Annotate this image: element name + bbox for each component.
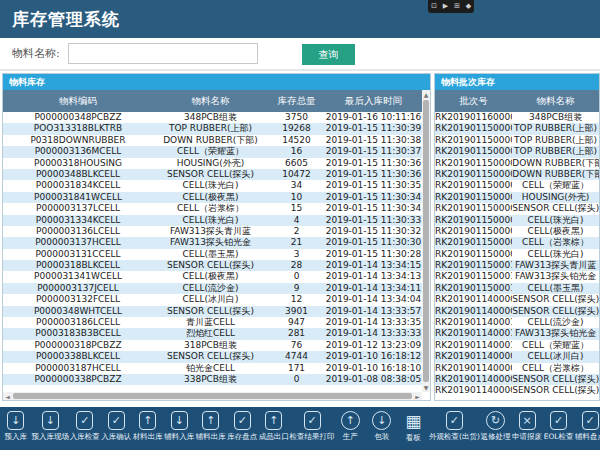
table-row[interactable]: RK2019011500010FAW313探头青川蓝 <box>435 260 599 271</box>
table-row[interactable]: P000000318PCBZZ318PCB组装762019-01-12 13:2… <box>3 340 422 351</box>
table-row[interactable]: P000000338PCBZZ338PCB组装02019-01-08 08:38… <box>3 374 422 385</box>
table-row[interactable]: RK2019011400004SENSOR CELL(探头) <box>435 374 599 385</box>
toolbar-item-申请报废[interactable]: ×申请报废 <box>511 411 543 450</box>
table-row[interactable]: RK2019011400013CELL（荣耀蓝） <box>435 340 599 351</box>
scroll-up-icon[interactable]: ▲ <box>422 90 430 99</box>
table-cell: P000031834KCELL <box>3 180 153 191</box>
table-row[interactable]: P000003137HCELLFAW313探头铂光金212019-01-15 1… <box>3 237 422 248</box>
toolbar-item-预入库[interactable]: ↓预入库 <box>0 411 32 450</box>
table-row[interactable]: RK2019011500008CELL（岩浆棕） <box>435 237 599 248</box>
table-row[interactable]: RK2019011500001TOP RUBBER(上部) <box>435 123 599 134</box>
table-row[interactable]: P0000338BLKCELLSENSOR CELL(探头)47442019-0… <box>3 351 422 362</box>
table-row[interactable]: RK2019011500003HOUSING(外壳) <box>435 192 599 203</box>
toolbar-item-预入库现场[interactable]: ↓预入库现场 <box>32 411 70 450</box>
table-row[interactable]: RK2019011500011FAW313探头铂光金 <box>435 271 599 282</box>
table-row[interactable]: RK2019011400011CELL(流沙金) <box>435 317 599 328</box>
table-row[interactable]: RK2019011500001TOP RUBBER(上部) <box>435 146 599 157</box>
table-row[interactable]: P000003136MCELLCELL（荣耀蓝）162019-01-15 11:… <box>3 146 422 157</box>
overlay-play-icon[interactable]: ▶ <box>443 3 448 10</box>
screen-recorder-overlay[interactable]: ⊡▶⊞◆ <box>428 0 474 13</box>
toolbar-item-看板[interactable]: ▦看板 <box>398 411 430 450</box>
material-name-input[interactable] <box>68 43 258 64</box>
table-cell: SENSOR CELL(探头) <box>512 294 599 305</box>
table-cell: RK2019011500007 <box>435 215 512 226</box>
table-row[interactable]: P000003137JCELLCELL(流沙金)92019-01-14 13:3… <box>3 283 422 294</box>
table-row[interactable]: P000031334KCELLCELL(珠光白)42019-01-15 11:3… <box>3 215 422 226</box>
table-row[interactable]: P000003186LCELL青川蓝CELL9472019-01-14 13:3… <box>3 317 422 328</box>
overlay-audio-icon[interactable]: ◆ <box>466 3 471 10</box>
toolbar-item-材料出库[interactable]: ↑材料出库 <box>132 411 164 450</box>
overlay-capture-icon[interactable]: ⊡ <box>431 3 437 10</box>
table-row[interactable]: P000003132FCELLCELL(冰川白)122019-01-14 13:… <box>3 294 422 305</box>
table-row[interactable]: P000031341WCELLCELL(极夜黑)02019-01-14 13:3… <box>3 271 422 282</box>
toolbar-item-包装[interactable]: ↓包装 <box>366 411 398 450</box>
table-cell: SENSOR CELL(探头) <box>153 351 268 362</box>
table-cell: 2019-01-10 16:18:10 <box>325 363 422 374</box>
table-cell: RK2019011500011 <box>435 271 512 282</box>
toolbar-item-生产[interactable]: ↑生产 <box>335 411 367 450</box>
table-row[interactable]: RK2019011500004CELL（荣耀蓝） <box>435 180 599 191</box>
table-row[interactable]: P0003183B3BCELL烈焰红CELL2812019-01-14 13:3… <box>3 328 422 339</box>
vertical-scroll-thumb[interactable] <box>423 100 429 382</box>
table-row[interactable]: P000003137LCELLCELL（岩浆棕）152019-01-15 11:… <box>3 203 422 214</box>
scroll-down-icon[interactable]: ▼ <box>422 383 430 392</box>
toolbar-item-返修处理[interactable]: ↻返修处理 <box>480 411 512 450</box>
table-row[interactable]: RK2019011500005SENSOR CELL(探头) <box>435 203 599 214</box>
toolbar-item-入库确认[interactable]: ✓入库确认 <box>101 411 133 450</box>
table-cell: P000003187HCELL <box>3 363 153 374</box>
table-row[interactable]: RK2019011400007CELL(冰川白) <box>435 351 599 362</box>
scroll-left-icon[interactable]: ◄ <box>3 393 12 400</box>
toolbar-item-外观检查(出货)[interactable]: ✓外观检查(出货) <box>429 411 480 450</box>
table-row[interactable]: P000000348PCBZZ348PCB组装37502019-01-16 10… <box>3 112 422 123</box>
table-row[interactable]: P0000318BLKCELLSENSOR CELL(探头)282019-01-… <box>3 260 422 271</box>
table-row[interactable]: P000003131CCELLCELL(墨玉黑)32019-01-15 11:3… <box>3 249 422 260</box>
bottom-toolbar: ↓预入库↓预入库现场✓入库检查✓入库确认↑材料出库↓辅料入库↑辅料出库✓库存盘点… <box>0 407 600 450</box>
table-cell: RK2019011500005 <box>435 203 512 214</box>
overlay-screenshot-icon[interactable]: ⊞ <box>454 3 460 10</box>
table-row[interactable]: P0000318HOUSINGHOUSING(外壳)66052019-01-15… <box>3 158 422 169</box>
table-row[interactable]: P0318DOWNRUBBERDOWN RUBBER(下部)145202019-… <box>3 135 422 146</box>
horizontal-scroll-thumb[interactable] <box>13 393 412 399</box>
query-button[interactable]: 查询 <box>302 44 355 65</box>
table-row[interactable]: P000003136LCELLFAW313探头青川蓝22019-01-15 11… <box>3 226 422 237</box>
table-cell: RK2019011500001 <box>435 123 512 134</box>
toolbar-item-EOL检查[interactable]: ✓EOL检查 <box>543 411 575 450</box>
toolbar-item-检查结果打印[interactable]: ✓检查结果打印 <box>290 411 335 450</box>
table-row[interactable]: P000003187HCELL铂光金CELL1712019-01-10 16:1… <box>3 363 422 374</box>
toolbar-item-label: 申请报废 <box>512 432 542 442</box>
table-row[interactable]: RK2019011500007CELL(珠光白) <box>435 215 599 226</box>
table-row[interactable]: RK2019011500006CELL(极夜黑) <box>435 226 599 237</box>
table-row[interactable]: RK2019011500001TOP RUBBER(上部) <box>435 135 599 146</box>
toolbar-item-成品出口[interactable]: ↑成品出口 <box>258 411 290 450</box>
table-cell: 28 <box>268 260 325 271</box>
table-cell: RK2019011500003 <box>435 192 512 203</box>
table-row[interactable]: P0000348BLKCELLSENSOR CELL(探头)104722019-… <box>3 169 422 180</box>
table-row[interactable]: RK2019011400004SENSOR CELL(探头) <box>435 385 599 396</box>
table-row[interactable]: RK2019011400009SENSOR CELL(探头) <box>435 306 599 317</box>
table-row[interactable]: P000031834KCELLCELL(珠光白)342019-01-15 11:… <box>3 180 422 191</box>
table-row[interactable]: RK2019011500002DOWN RUBBER(下部) <box>435 169 599 180</box>
toolbar-item-辅料盘点[interactable]: ✓辅料盘点 <box>574 411 600 450</box>
scroll-right-icon[interactable]: ► <box>413 393 422 400</box>
table-cell: RK2019011500001 <box>435 135 512 146</box>
toolbar-item-库存盘点[interactable]: ✓库存盘点 <box>227 411 259 450</box>
table-row[interactable]: P000031841WCELLCELL(极夜黑)102019-01-15 11:… <box>3 192 422 203</box>
toolbar-item-入库检查[interactable]: ✓入库检查 <box>69 411 101 450</box>
toolbar-item-辅料出库[interactable]: ↑辅料出库 <box>195 411 227 450</box>
table-row[interactable]: RK2019011600001348PCB组装 <box>435 112 599 123</box>
table-row[interactable]: RK2019011500009CELL(珠光白) <box>435 249 599 260</box>
table-row[interactable]: RK2019011500012CELL(墨玉黑) <box>435 283 599 294</box>
table-cell: P000000348PCBZZ <box>3 112 153 123</box>
table-row[interactable]: POO313318BLKTRBTOP RUBBER(上部)192682019-0… <box>3 123 422 134</box>
vertical-scrollbar[interactable]: ▲ ▼ <box>422 90 430 392</box>
table-row[interactable]: RK2019011400012FAW313探头铂光金 <box>435 328 599 339</box>
table-row[interactable]: RK2019011400005CELL（岩浆棕） <box>435 363 599 374</box>
table-row[interactable]: RK2019011500002DOWN RUBBER(下部) <box>435 158 599 169</box>
table-cell: CELL（岩浆棕） <box>512 237 599 248</box>
horizontal-scrollbar[interactable]: ◄ ► <box>3 392 422 400</box>
toolbar-item-辅料入库[interactable]: ↓辅料入库 <box>164 411 196 450</box>
table-cell: 2019-01-15 11:30:35 <box>325 180 422 191</box>
table-row[interactable]: P0000348WHTCELLSENSOR CELL(探头)39012019-0… <box>3 306 422 317</box>
table-row[interactable]: RK2019011400009SENSOR CELL(探头) <box>435 294 599 305</box>
table-cell: 10 <box>268 192 325 203</box>
